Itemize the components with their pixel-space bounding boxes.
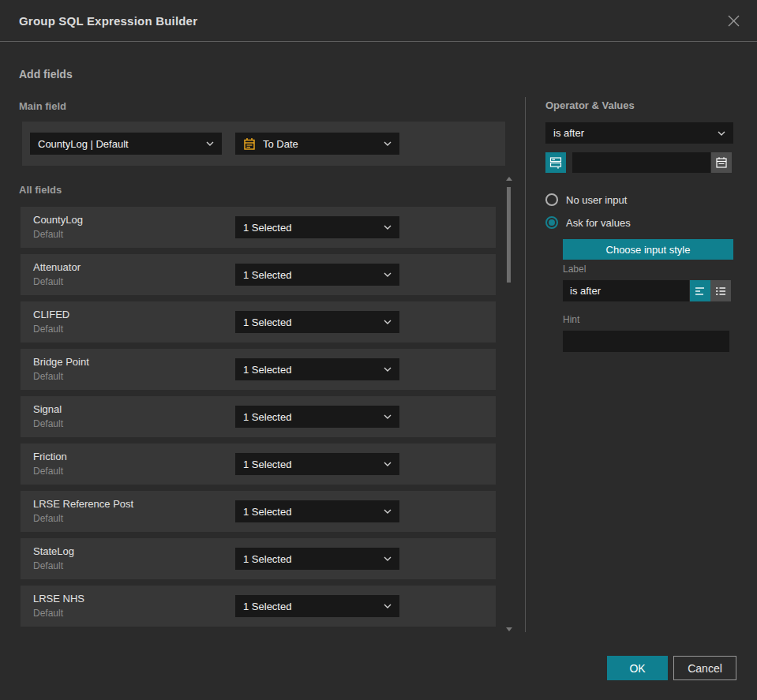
field-name: Friction: [33, 451, 67, 462]
chevron-down-icon: [384, 462, 392, 466]
field-subtitle: Default: [33, 324, 63, 335]
radio-label: No user input: [566, 194, 627, 206]
field-subtitle: Default: [33, 371, 63, 382]
operator-values-heading: Operator & Values: [545, 99, 635, 111]
field-values-select[interactable]: 1 Selected: [235, 216, 399, 238]
operator-select[interactable]: is after: [545, 122, 733, 144]
value-input-row: [545, 152, 733, 173]
chevron-down-icon: [384, 414, 392, 419]
list-scrollbar[interactable]: [505, 177, 513, 631]
field-values-select-value: 1 Selected: [243, 411, 379, 423]
field-name: Signal: [33, 403, 62, 415]
radio-circle: [545, 216, 558, 229]
field-values-select[interactable]: 1 Selected: [235, 358, 399, 380]
value-date-input[interactable]: [572, 152, 710, 173]
chevron-down-icon: [384, 225, 392, 230]
field-subtitle: Default: [33, 229, 63, 240]
field-values-select-value: 1 Selected: [243, 601, 379, 612]
field-values-select[interactable]: 1 Selected: [235, 264, 399, 286]
calendar-icon[interactable]: [711, 152, 732, 173]
dialog-title: Group SQL Expression Builder: [19, 14, 197, 28]
field-row: CLIFED Default 1 Selected: [21, 301, 496, 343]
field-name: LRSE Reference Post: [33, 498, 133, 510]
dialog-titlebar: Group SQL Expression Builder: [0, 0, 757, 42]
chevron-down-icon: [384, 272, 392, 277]
field-row: LRSE NHS Default 1 Selected: [21, 586, 496, 627]
field-subtitle: Default: [33, 608, 63, 619]
field-values-select[interactable]: 1 Selected: [235, 500, 399, 522]
field-name: CountyLog: [33, 214, 83, 226]
cancel-button[interactable]: Cancel: [673, 656, 736, 680]
field-subtitle: Default: [33, 513, 63, 524]
hint-field-label: Hint: [563, 314, 579, 325]
field-values-select[interactable]: 1 Selected: [235, 453, 399, 475]
close-icon[interactable]: [724, 11, 743, 30]
radio-circle: [545, 193, 558, 206]
field-row: Friction Default 1 Selected: [21, 444, 496, 485]
date-mode-select-value: To Date: [263, 138, 379, 150]
field-values-select-value: 1 Selected: [243, 364, 379, 376]
chevron-down-icon: [384, 604, 392, 608]
chevron-down-icon: [384, 367, 392, 372]
field-row: Signal Default 1 Selected: [21, 396, 496, 437]
field-row: CountyLog Default 1 Selected: [21, 207, 496, 248]
field-row: Bridge Point Default 1 Selected: [21, 349, 496, 390]
list-style-icon[interactable]: [710, 280, 731, 301]
operator-select-value: is after: [553, 127, 713, 139]
field-name: Attenuator: [33, 261, 81, 273]
main-field-panel: CountyLog | Default To Date: [22, 122, 505, 166]
field-subtitle: Default: [33, 276, 63, 287]
field-values-select-value: 1 Selected: [243, 269, 379, 281]
field-values-select-value: 1 Selected: [243, 316, 379, 328]
chevron-down-icon: [384, 141, 392, 146]
chevron-down-icon: [206, 141, 214, 146]
main-field-heading: Main field: [19, 100, 66, 112]
field-name: LRSE NHS: [33, 593, 84, 605]
field-row: LRSE Reference Post Default 1 Selected: [21, 491, 496, 532]
chevron-down-icon: [384, 509, 392, 514]
radio-no-user-input[interactable]: No user input: [545, 193, 627, 206]
field-values-select[interactable]: 1 Selected: [235, 311, 399, 333]
chevron-down-icon: [718, 131, 725, 136]
textbox-style-icon[interactable]: [690, 280, 710, 301]
scroll-down-arrow[interactable]: [506, 627, 512, 631]
radio-ask-for-values[interactable]: Ask for values: [545, 216, 631, 229]
all-fields-heading: All fields: [19, 184, 62, 196]
label-field-label: Label: [563, 264, 586, 275]
field-subtitle: Default: [33, 466, 63, 477]
field-row: StateLog Default 1 Selected: [21, 538, 496, 579]
field-values-select-value: 1 Selected: [243, 222, 379, 234]
field-name: CLIFED: [33, 309, 69, 320]
field-values-select[interactable]: 1 Selected: [235, 595, 399, 617]
chevron-down-icon: [384, 320, 392, 324]
field-row: Attenuator Default 1 Selected: [21, 254, 496, 295]
radio-label: Ask for values: [566, 217, 631, 229]
label-input[interactable]: [563, 280, 689, 301]
field-name: StateLog: [33, 545, 74, 557]
field-values-select[interactable]: 1 Selected: [235, 548, 399, 570]
field-name: Bridge Point: [33, 356, 89, 368]
ok-button[interactable]: OK: [607, 656, 668, 680]
choose-input-style-button[interactable]: Choose input style: [563, 239, 733, 260]
hint-input[interactable]: [563, 331, 729, 352]
field-values-select[interactable]: 1 Selected: [235, 406, 399, 428]
input-type-icon[interactable]: [545, 152, 566, 173]
field-subtitle: Default: [33, 560, 63, 571]
main-field-select[interactable]: CountyLog | Default: [30, 133, 222, 155]
add-fields-heading: Add fields: [19, 68, 73, 80]
field-subtitle: Default: [33, 418, 63, 429]
chevron-down-icon: [384, 556, 392, 561]
date-mode-select[interactable]: To Date: [235, 133, 399, 155]
all-fields-list: CountyLog Default 1 Selected Attenuator …: [21, 207, 496, 633]
main-field-select-value: CountyLog | Default: [38, 138, 201, 150]
field-values-select-value: 1 Selected: [243, 553, 379, 565]
panel-divider: [525, 97, 526, 632]
scroll-up-arrow[interactable]: [506, 177, 512, 181]
field-values-select-value: 1 Selected: [243, 459, 379, 470]
scrollbar-thumb[interactable]: [507, 187, 511, 283]
field-values-select-value: 1 Selected: [243, 506, 379, 518]
calendar-icon: [243, 137, 256, 151]
input-style-toggle: [690, 280, 731, 301]
group-sql-expression-builder-dialog: Group SQL Expression Builder Add fields …: [0, 0, 757, 700]
